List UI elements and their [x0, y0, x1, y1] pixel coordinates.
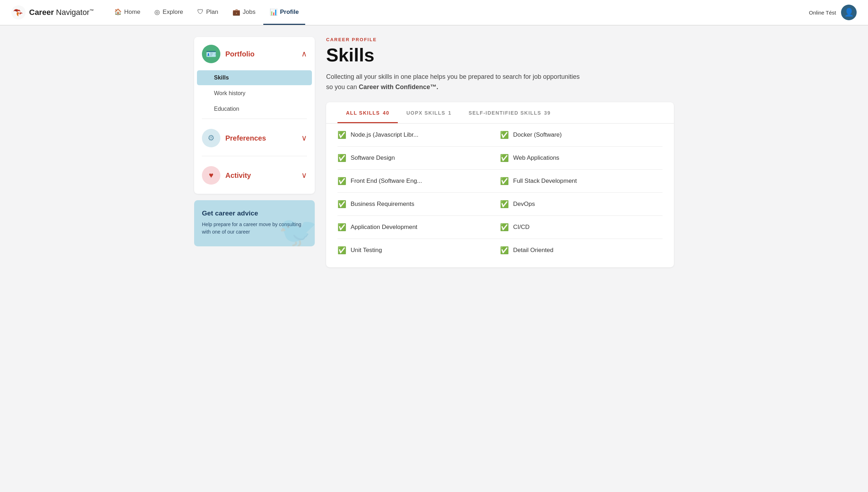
skill-check-icon: ✅	[337, 177, 346, 185]
brand-logo-icon	[11, 5, 26, 20]
skill-check-icon: ✅	[337, 246, 346, 255]
sidebar-divider-2	[202, 156, 307, 156]
sidebar: 🪪 Portfolio ∧ Skills Work history Educat…	[194, 37, 315, 246]
main-container: 🪪 Portfolio ∧ Skills Work history Educat…	[186, 26, 682, 279]
sidebar-item-work-history[interactable]: Work history	[197, 86, 312, 101]
nav-plan[interactable]: 🛡 Plan	[191, 0, 225, 24]
skill-check-icon: ✅	[500, 177, 509, 185]
nav-right: Online Tést 👤	[809, 5, 857, 20]
skill-item: ✅ Node.js (Javascript Libr...	[337, 124, 500, 147]
portfolio-icon-circle: 🪪	[202, 45, 220, 63]
skill-check-icon: ✅	[337, 131, 346, 139]
tab-uopx-skills[interactable]: UOPX SKILLS 1	[398, 102, 460, 123]
page-description: Collecting all your skills in one place …	[326, 72, 582, 92]
activity-icon: ♥	[209, 171, 213, 180]
skill-item: ✅ Full Stack Development	[500, 170, 663, 193]
skill-check-icon: ✅	[337, 154, 346, 162]
svg-point-0	[11, 5, 26, 20]
home-icon: 🏠	[114, 8, 122, 16]
nav-links: 🏠 Home ◎ Explore 🛡 Plan 💼 Jobs 📊 Profile	[108, 0, 809, 25]
skill-item: ✅ Application Development	[337, 216, 500, 239]
sidebar-item-skills[interactable]: Skills	[197, 70, 312, 85]
preferences-icon-circle: ⚙	[202, 129, 220, 147]
user-avatar[interactable]: 👤	[841, 5, 857, 20]
skills-grid: ✅ Node.js (Javascript Libr... ✅ Software…	[326, 124, 674, 262]
advice-bg-decorative-icon: 🐦	[276, 209, 315, 246]
sidebar-card: 🪪 Portfolio ∧ Skills Work history Educat…	[194, 37, 315, 194]
skills-card: ALL SKILLS 40 UOPX SKILLS 1 SELF-IDENTIF…	[326, 102, 674, 267]
nav-jobs[interactable]: 💼 Jobs	[226, 0, 262, 25]
navbar: Career Navigator™ 🏠 Home ◎ Explore 🛡 Pla…	[0, 0, 868, 26]
skill-check-icon: ✅	[500, 131, 509, 139]
jobs-icon: 💼	[232, 8, 240, 16]
skill-item: ✅ Software Design	[337, 147, 500, 170]
plan-icon: 🛡	[197, 8, 204, 16]
skill-check-icon: ✅	[337, 223, 346, 231]
skill-item: ✅ Front End (Software Eng...	[337, 170, 500, 193]
preferences-chevron: ∨	[301, 133, 307, 143]
skill-item: ✅ Detail Oriented	[500, 239, 663, 262]
activity-chevron: ∨	[301, 171, 307, 180]
tab-self-identified-skills[interactable]: SELF-IDENTIFIED SKILLS 39	[460, 102, 559, 123]
activity-title: Activity	[225, 171, 296, 180]
skill-item: ✅ Business Requirements	[337, 193, 500, 216]
brand-text: Career Navigator™	[29, 8, 94, 17]
skills-column-right: ✅ Docker (Software) ✅ Web Applications ✅…	[500, 124, 663, 262]
profile-icon: 📊	[270, 8, 278, 16]
user-name: Online Tést	[809, 10, 836, 16]
nav-home[interactable]: 🏠 Home	[108, 0, 147, 24]
nav-explore[interactable]: ◎ Explore	[148, 0, 189, 25]
skill-item: ✅ DevOps	[500, 193, 663, 216]
brand-logo-link[interactable]: Career Navigator™	[11, 5, 94, 20]
skill-item: ✅ Web Applications	[500, 147, 663, 170]
skill-check-icon: ✅	[337, 200, 346, 208]
portfolio-chevron: ∧	[301, 49, 307, 59]
skill-item: ✅ Docker (Software)	[500, 124, 663, 147]
sidebar-divider-1	[202, 119, 307, 119]
preferences-title: Preferences	[225, 134, 296, 142]
skill-item: ✅ CI/CD	[500, 216, 663, 239]
skill-check-icon: ✅	[500, 246, 509, 255]
skills-column-left: ✅ Node.js (Javascript Libr... ✅ Software…	[337, 124, 500, 262]
portfolio-icon: 🪪	[206, 49, 216, 59]
section-label: CAREER PROFILE	[326, 37, 674, 42]
portfolio-title: Portfolio	[225, 50, 296, 58]
page-title: Skills	[326, 45, 674, 65]
explore-icon: ◎	[154, 8, 160, 16]
sidebar-section-portfolio[interactable]: 🪪 Portfolio ∧	[194, 37, 315, 70]
sidebar-section-preferences[interactable]: ⚙ Preferences ∨	[194, 121, 315, 154]
skills-tabs: ALL SKILLS 40 UOPX SKILLS 1 SELF-IDENTIF…	[326, 102, 674, 124]
sidebar-advice-card: Get career advice Help prepare for a car…	[194, 200, 315, 246]
sidebar-section-activity[interactable]: ♥ Activity ∨	[194, 158, 315, 191]
sidebar-item-education[interactable]: Education	[197, 102, 312, 116]
preferences-icon: ⚙	[208, 133, 215, 143]
skill-item: ✅ Unit Testing	[337, 239, 500, 262]
skill-check-icon: ✅	[500, 200, 509, 208]
nav-profile[interactable]: 📊 Profile	[263, 0, 305, 25]
avatar-icon: 👤	[844, 8, 854, 17]
skill-check-icon: ✅	[500, 154, 509, 162]
content-area: CAREER PROFILE Skills Collecting all you…	[326, 37, 674, 267]
tab-all-skills[interactable]: ALL SKILLS 40	[337, 102, 398, 123]
svg-point-1	[16, 10, 17, 11]
skill-check-icon: ✅	[500, 223, 509, 231]
activity-icon-circle: ♥	[202, 166, 220, 185]
